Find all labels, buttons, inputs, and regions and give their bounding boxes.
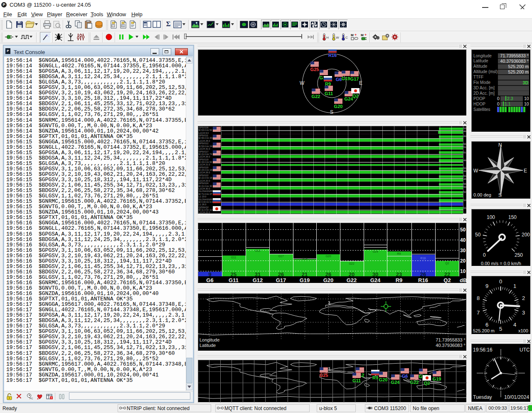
svg-text:+: + (365, 33, 367, 37)
svg-text:W: W (336, 36, 339, 39)
svg-text:C: C (345, 36, 348, 39)
svg-text:PC: PC (30, 397, 33, 400)
svg-text:M: M (351, 33, 354, 37)
svg-text:+: + (355, 33, 357, 37)
svg-text:M: M (361, 33, 364, 37)
svg-text:H: H (326, 36, 329, 39)
svg-text:01: 01 (122, 25, 124, 27)
